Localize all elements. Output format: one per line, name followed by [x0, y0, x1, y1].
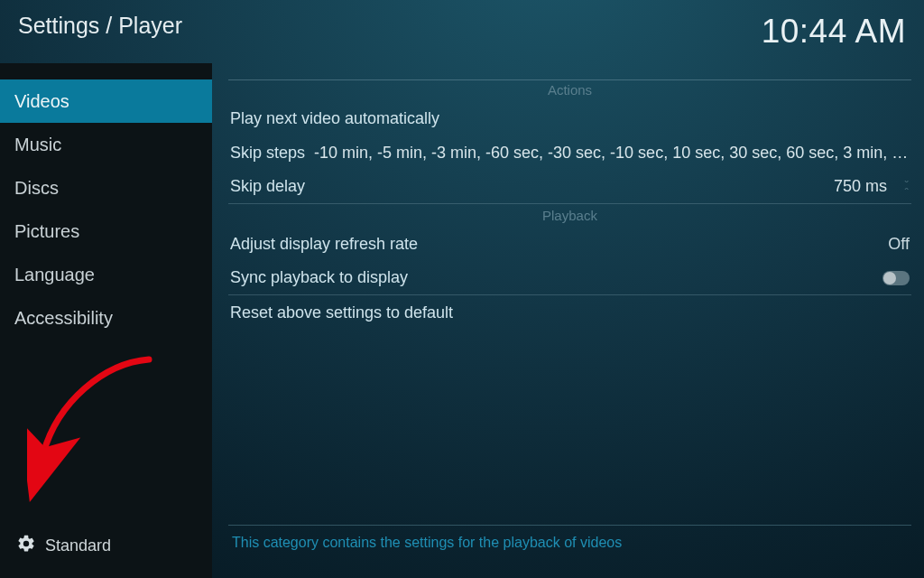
- settings-level-label: Standard: [45, 536, 111, 555]
- row-skip-steps[interactable]: Skip steps -10 min, -5 min, -3 min, -60 …: [228, 135, 911, 170]
- sidebar-item-language[interactable]: Language: [0, 253, 212, 296]
- settings-level-button[interactable]: Standard: [0, 523, 212, 578]
- sidebar-item-label: Videos: [14, 91, 69, 112]
- group-label-actions: Actions: [228, 80, 911, 101]
- row-label: Skip delay: [230, 177, 305, 196]
- sidebar-item-videos[interactable]: Videos: [0, 79, 212, 123]
- row-label: Play next video automatically: [230, 109, 439, 128]
- sidebar-item-discs[interactable]: Discs: [0, 166, 212, 210]
- header-bar: Settings / Player 10:44 AM: [0, 0, 924, 70]
- sidebar-item-pictures[interactable]: Pictures: [0, 210, 212, 253]
- breadcrumb: Settings / Player: [18, 13, 182, 39]
- row-value: -10 min, -5 min, -3 min, -60 sec, -30 se…: [314, 144, 910, 163]
- sidebar-item-accessibility[interactable]: Accessibility: [0, 296, 212, 340]
- sidebar-item-label: Language: [14, 265, 95, 285]
- chevron-up-icon: ˄: [903, 188, 910, 191]
- row-sync-playback-to-display[interactable]: Sync playback to display: [228, 261, 911, 295]
- category-description: This category contains the settings for …: [228, 525, 911, 578]
- spinner-icon[interactable]: ˅ ˄: [903, 180, 910, 194]
- sidebar-item-label: Accessibility: [14, 308, 113, 329]
- group-label-playback: Playback: [228, 206, 911, 227]
- row-label: Sync playback to display: [230, 268, 408, 287]
- settings-content: Actions Play next video automatically Sk…: [212, 63, 924, 578]
- clock: 10:44 AM: [762, 13, 906, 51]
- sidebar-item-music[interactable]: Music: [0, 123, 212, 166]
- gear-icon: [16, 534, 36, 558]
- row-skip-delay[interactable]: Skip delay 750 ms ˅ ˄: [228, 170, 911, 204]
- row-label: Reset above settings to default: [230, 303, 453, 322]
- row-label: Adjust display refresh rate: [230, 235, 418, 254]
- toggle-switch[interactable]: [882, 271, 910, 285]
- chevron-down-icon: ˅: [903, 181, 910, 184]
- sidebar-item-label: Pictures: [14, 221, 79, 242]
- row-label: Skip steps: [230, 144, 305, 163]
- row-value: 750 ms: [834, 177, 887, 196]
- sidebar-item-label: Music: [14, 135, 61, 155]
- row-adjust-display-refresh-rate[interactable]: Adjust display refresh rate Off: [228, 227, 911, 261]
- settings-sidebar: Videos Music Discs Pictures Language Acc…: [0, 63, 212, 578]
- row-play-next-automatically[interactable]: Play next video automatically: [228, 101, 911, 135]
- row-reset-to-default[interactable]: Reset above settings to default: [228, 295, 911, 330]
- row-value: Off: [888, 235, 910, 254]
- sidebar-item-label: Discs: [14, 178, 59, 199]
